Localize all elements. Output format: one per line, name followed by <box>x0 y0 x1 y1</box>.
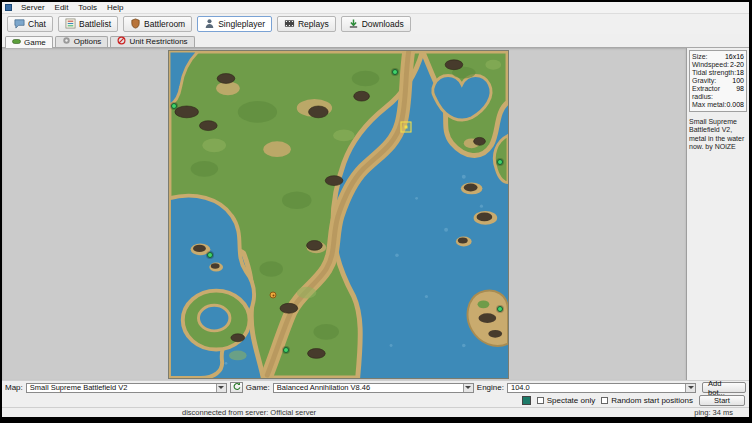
map-marker-start-green[interactable] <box>207 252 213 258</box>
tab-label: Game <box>24 38 46 47</box>
tab-label: Options <box>74 37 102 46</box>
checkbox-box[interactable] <box>537 397 544 404</box>
map-description: Small Supreme Battlefield V2, metal in t… <box>689 118 747 152</box>
status-bar: disconnected from server: Official serve… <box>2 407 749 417</box>
info-label: Gravity: <box>692 77 716 85</box>
map-marker-start-green[interactable] <box>171 103 177 109</box>
game-select[interactable]: Balanced Annihilation V8.46 <box>273 383 474 393</box>
map-marker-start-selected[interactable] <box>401 121 412 132</box>
lobby-window: Server Edit Tools Help Chat Battlelist B… <box>2 2 749 417</box>
battleroom-icon <box>130 18 141 29</box>
info-value: 2-20 <box>730 61 744 69</box>
info-value: 100 <box>732 77 744 85</box>
tab-downloads[interactable]: Downloads <box>341 16 411 32</box>
menu-tools[interactable]: Tools <box>73 3 102 12</box>
map-select[interactable]: Small Supreme Battlefield V2 <box>26 383 227 393</box>
content-area: Size: 16x16 Windspeed: 2-20 Tidal streng… <box>2 48 749 380</box>
info-value: 0.008 <box>726 101 744 109</box>
info-label: Tidal strength: <box>692 69 736 77</box>
spectate-only-label: Spectate only <box>547 396 595 405</box>
map-zone <box>2 48 687 380</box>
restrictions-icon <box>117 36 126 47</box>
map-start-markers <box>169 51 508 378</box>
info-row-tidal: Tidal strength: 18 <box>692 69 744 77</box>
tab-label: Singleplayer <box>218 19 265 29</box>
menu-edit[interactable]: Edit <box>50 3 74 12</box>
tab-label: Battleroom <box>144 19 185 29</box>
menu-bar: Server Edit Tools Help <box>2 2 749 14</box>
map-label: Map: <box>5 383 23 392</box>
tab-options[interactable]: Options <box>55 36 109 47</box>
tab-label: Downloads <box>362 19 404 29</box>
engine-select-value: 104.0 <box>508 383 685 392</box>
connection-status: disconnected from server: Official serve… <box>182 408 316 417</box>
info-value: 18 <box>736 69 744 77</box>
random-start-checkbox[interactable]: Random start positions <box>601 396 693 405</box>
chevron-down-icon[interactable] <box>216 384 226 392</box>
checkbox-box[interactable] <box>601 397 608 404</box>
start-button[interactable]: Start <box>699 395 745 406</box>
map-marker-start-green[interactable] <box>497 159 503 165</box>
info-value: 98 <box>736 85 744 101</box>
spectate-only-checkbox[interactable]: Spectate only <box>537 396 595 405</box>
map-info-panel: Size: 16x16 Windspeed: 2-20 Tidal streng… <box>687 48 749 380</box>
downloads-icon <box>348 18 359 29</box>
tab-label: Chat <box>28 19 46 29</box>
battlelist-icon <box>65 18 76 29</box>
team-color-button[interactable] <box>522 396 531 405</box>
refresh-icon <box>232 382 241 393</box>
refresh-maps-button[interactable] <box>230 382 243 393</box>
map-preview[interactable] <box>168 50 509 379</box>
map-marker-start-green[interactable] <box>392 69 398 75</box>
game-icon <box>12 37 21 48</box>
info-value: 16x16 <box>725 53 744 61</box>
info-label: Windspeed: <box>692 61 729 69</box>
chevron-down-icon[interactable] <box>463 384 473 392</box>
start-label: Start <box>714 396 730 405</box>
game-label: Game: <box>246 383 270 392</box>
tab-label: Unit Restrictions <box>129 37 187 46</box>
engine-label: Engine: <box>477 383 504 392</box>
tab-singleplayer[interactable]: Singleplayer <box>197 16 272 32</box>
tab-battleroom[interactable]: Battleroom <box>123 16 192 32</box>
add-bot-button[interactable]: Add bot... <box>702 382 746 393</box>
chat-icon <box>14 18 25 29</box>
info-label: Size: <box>692 53 708 61</box>
tab-chat[interactable]: Chat <box>7 16 53 32</box>
bottom-control-bar: Map: Small Supreme Battlefield V2 Game: … <box>2 380 749 407</box>
engine-select[interactable]: 104.0 <box>507 383 696 393</box>
map-select-value: Small Supreme Battlefield V2 <box>27 383 216 392</box>
main-tab-bar: Chat Battlelist Battleroom Singleplayer … <box>2 14 749 34</box>
tab-replays[interactable]: Replays <box>277 16 336 32</box>
menu-server[interactable]: Server <box>16 3 50 12</box>
ping-status: ping: 34 ms <box>694 408 733 417</box>
chevron-down-icon[interactable] <box>685 384 695 392</box>
tab-label: Replays <box>298 19 329 29</box>
selector-row: Map: Small Supreme Battlefield V2 Game: … <box>2 381 749 394</box>
tab-game[interactable]: Game <box>5 36 53 48</box>
start-options-row: Spectate only Random start positions Sta… <box>2 394 749 407</box>
info-row-maxmetal: Max metal: 0.008 <box>692 101 744 109</box>
replays-icon <box>284 18 295 29</box>
singleplayer-icon <box>204 18 215 29</box>
menu-help[interactable]: Help <box>102 3 128 12</box>
random-start-label: Random start positions <box>611 396 693 405</box>
info-label: Extractor radius: <box>692 85 736 101</box>
app-icon <box>5 4 12 11</box>
tab-battlelist[interactable]: Battlelist <box>58 16 118 32</box>
info-row-gravity: Gravity: 100 <box>692 77 744 85</box>
info-row-extractor: Extractor radius: 98 <box>692 85 744 101</box>
info-label: Max metal: <box>692 101 726 109</box>
info-row-size: Size: 16x16 <box>692 53 744 61</box>
options-icon <box>62 36 71 47</box>
map-marker-start-green[interactable] <box>497 306 503 312</box>
map-marker-start-orange[interactable] <box>270 292 277 299</box>
tab-unit-restrictions[interactable]: Unit Restrictions <box>110 36 194 47</box>
map-marker-start-green[interactable] <box>283 347 289 353</box>
info-row-windspeed: Windspeed: 2-20 <box>692 61 744 69</box>
sub-tab-bar: Game Options Unit Restrictions <box>2 34 749 48</box>
add-bot-label: Add bot... <box>708 379 740 397</box>
tab-label: Battlelist <box>79 19 111 29</box>
game-select-value: Balanced Annihilation V8.46 <box>274 383 463 392</box>
map-info-box: Size: 16x16 Windspeed: 2-20 Tidal streng… <box>689 50 747 112</box>
